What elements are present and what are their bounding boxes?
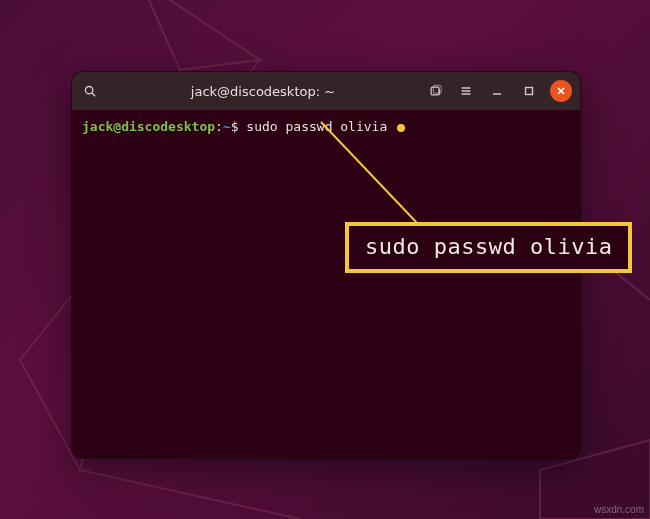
prompt-dollar: $ <box>231 119 239 134</box>
prompt-colon: : <box>215 119 223 134</box>
search-icon[interactable] <box>80 81 100 101</box>
command-text: sudo passwd olivia <box>239 119 396 134</box>
callout-box: sudo passwd olivia <box>345 222 632 273</box>
minimize-button[interactable] <box>486 80 508 102</box>
window-title: jack@discodesktop: ~ <box>106 84 420 99</box>
svg-rect-10 <box>526 88 533 95</box>
hamburger-icon[interactable] <box>456 81 476 101</box>
annotation-dot <box>397 124 405 132</box>
prompt-path: ~ <box>223 119 231 134</box>
watermark: wsxdn.com <box>594 504 644 515</box>
svg-point-0 <box>85 86 92 93</box>
prompt-userhost: jack@discodesktop <box>82 119 215 134</box>
maximize-button[interactable] <box>518 80 540 102</box>
new-tab-icon[interactable] <box>426 81 446 101</box>
callout-text: sudo passwd olivia <box>365 234 612 259</box>
titlebar[interactable]: jack@discodesktop: ~ <box>72 72 580 110</box>
terminal-body[interactable]: jack@discodesktop:~$ sudo passwd olivia <box>72 110 580 458</box>
close-button[interactable] <box>550 80 572 102</box>
svg-line-1 <box>92 93 95 96</box>
